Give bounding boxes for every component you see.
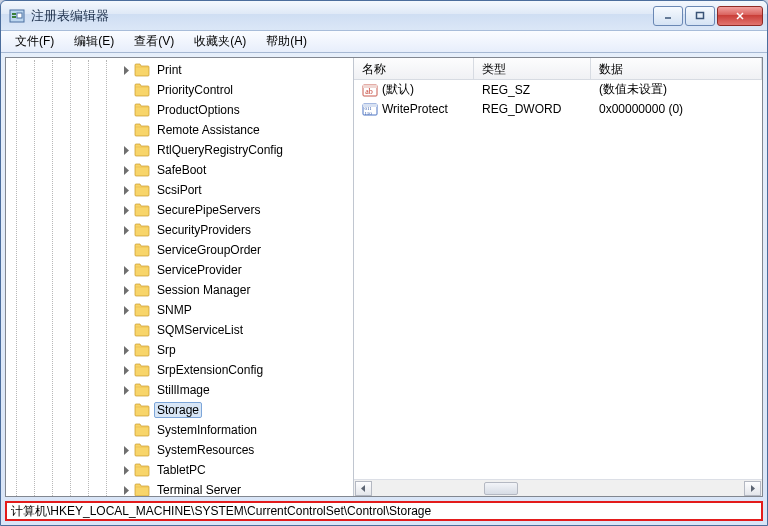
tree-item[interactable]: SecurityProviders bbox=[6, 220, 353, 240]
tree-item-label: SNMP bbox=[154, 302, 195, 318]
column-data[interactable]: 数据 bbox=[591, 58, 762, 79]
window-title: 注册表编辑器 bbox=[31, 7, 653, 25]
binary-value-icon: 011110 bbox=[362, 101, 378, 117]
tree-expander-icon[interactable] bbox=[121, 265, 132, 276]
folder-icon bbox=[134, 143, 150, 157]
menu-favorites[interactable]: 收藏夹(A) bbox=[184, 31, 256, 52]
scroll-track[interactable] bbox=[373, 481, 743, 496]
svg-text:ab: ab bbox=[365, 87, 373, 96]
svg-rect-5 bbox=[697, 12, 704, 18]
tree-item-label: ServiceGroupOrder bbox=[154, 242, 264, 258]
value-data: 0x00000000 (0) bbox=[599, 102, 683, 116]
tree-item[interactable]: SNMP bbox=[6, 300, 353, 320]
scroll-left-icon[interactable] bbox=[355, 481, 372, 496]
tree-item[interactable]: StillImage bbox=[6, 380, 353, 400]
tree-item[interactable]: Session Manager bbox=[6, 280, 353, 300]
folder-icon bbox=[134, 303, 150, 317]
svg-text:110: 110 bbox=[364, 110, 372, 115]
folder-icon bbox=[134, 243, 150, 257]
folder-icon bbox=[134, 443, 150, 457]
value-type: REG_SZ bbox=[482, 83, 530, 97]
regedit-icon bbox=[9, 8, 25, 24]
folder-icon bbox=[134, 283, 150, 297]
maximize-button[interactable] bbox=[685, 6, 715, 26]
tree-expander-icon[interactable] bbox=[121, 65, 132, 76]
tree-item[interactable]: ProductOptions bbox=[6, 100, 353, 120]
tree-item-label: Srp bbox=[154, 342, 179, 358]
tree-item[interactable]: Print bbox=[6, 60, 353, 80]
list-row[interactable]: 011110WriteProtectREG_DWORD0x00000000 (0… bbox=[354, 99, 762, 118]
tree-item-label: Session Manager bbox=[154, 282, 253, 298]
tree-item[interactable]: TabletPC bbox=[6, 460, 353, 480]
tree-expander-icon[interactable] bbox=[121, 365, 132, 376]
folder-icon bbox=[134, 323, 150, 337]
scroll-right-icon[interactable] bbox=[744, 481, 761, 496]
value-type: REG_DWORD bbox=[482, 102, 561, 116]
folder-icon bbox=[134, 363, 150, 377]
window-controls bbox=[653, 6, 763, 26]
tree-item-label: SrpExtensionConfig bbox=[154, 362, 266, 378]
menu-help[interactable]: 帮助(H) bbox=[256, 31, 317, 52]
tree-expander-icon[interactable] bbox=[121, 185, 132, 196]
tree-expander-icon[interactable] bbox=[121, 305, 132, 316]
tree-item-label: TabletPC bbox=[154, 462, 209, 478]
svg-rect-10 bbox=[363, 85, 377, 88]
minimize-button[interactable] bbox=[653, 6, 683, 26]
folder-icon bbox=[134, 483, 150, 496]
tree-expander-icon[interactable] bbox=[121, 445, 132, 456]
folder-icon bbox=[134, 83, 150, 97]
tree-item-label: SystemInformation bbox=[154, 422, 260, 438]
tree-pane[interactable]: PrintPriorityControlProductOptionsRemote… bbox=[6, 58, 354, 496]
tree-item[interactable]: ServiceProvider bbox=[6, 260, 353, 280]
tree-item[interactable]: RtlQueryRegistryConfig bbox=[6, 140, 353, 160]
svg-marker-16 bbox=[751, 485, 755, 492]
tree-item[interactable]: SystemInformation bbox=[6, 420, 353, 440]
tree-item[interactable]: SQMServiceList bbox=[6, 320, 353, 340]
value-data: (数值未设置) bbox=[599, 81, 667, 98]
tree-item[interactable]: SecurePipeServers bbox=[6, 200, 353, 220]
tree-expander-icon[interactable] bbox=[121, 465, 132, 476]
tree-item-label: ScsiPort bbox=[154, 182, 205, 198]
folder-icon bbox=[134, 123, 150, 137]
folder-icon bbox=[134, 103, 150, 117]
values-list[interactable]: ab(默认)REG_SZ(数值未设置)011110WriteProtectREG… bbox=[354, 80, 762, 479]
column-name[interactable]: 名称 bbox=[354, 58, 474, 79]
folder-icon bbox=[134, 183, 150, 197]
svg-marker-15 bbox=[361, 485, 365, 492]
tree-item[interactable]: Remote Assistance bbox=[6, 120, 353, 140]
registry-tree: PrintPriorityControlProductOptionsRemote… bbox=[6, 60, 353, 496]
tree-expander-icon[interactable] bbox=[121, 165, 132, 176]
tree-expander-icon[interactable] bbox=[121, 205, 132, 216]
tree-item[interactable]: Terminal Server bbox=[6, 480, 353, 496]
tree-item[interactable]: ScsiPort bbox=[6, 180, 353, 200]
tree-expander-icon[interactable] bbox=[121, 345, 132, 356]
menu-edit[interactable]: 编辑(E) bbox=[64, 31, 124, 52]
list-row[interactable]: ab(默认)REG_SZ(数值未设置) bbox=[354, 80, 762, 99]
tree-item[interactable]: SrpExtensionConfig bbox=[6, 360, 353, 380]
tree-item[interactable]: SafeBoot bbox=[6, 160, 353, 180]
string-value-icon: ab bbox=[362, 82, 378, 98]
tree-expander-icon[interactable] bbox=[121, 485, 132, 496]
tree-item[interactable]: PriorityControl bbox=[6, 80, 353, 100]
tree-expander-icon[interactable] bbox=[121, 225, 132, 236]
tree-expander-icon[interactable] bbox=[121, 145, 132, 156]
titlebar[interactable]: 注册表编辑器 bbox=[1, 1, 767, 31]
column-type[interactable]: 类型 bbox=[474, 58, 591, 79]
tree-item[interactable]: Srp bbox=[6, 340, 353, 360]
folder-icon bbox=[134, 343, 150, 357]
menu-view[interactable]: 查看(V) bbox=[124, 31, 184, 52]
tree-item-label: Storage bbox=[154, 402, 202, 418]
values-pane: 名称 类型 数据 ab(默认)REG_SZ(数值未设置)011110WriteP… bbox=[354, 58, 762, 496]
tree-item-label: Print bbox=[154, 62, 185, 78]
tree-item-label: ProductOptions bbox=[154, 102, 243, 118]
tree-expander-icon[interactable] bbox=[121, 285, 132, 296]
tree-item[interactable]: SystemResources bbox=[6, 440, 353, 460]
scroll-thumb[interactable] bbox=[484, 482, 518, 495]
horizontal-scrollbar[interactable] bbox=[354, 479, 762, 496]
menu-file[interactable]: 文件(F) bbox=[5, 31, 64, 52]
tree-item[interactable]: Storage bbox=[6, 400, 353, 420]
tree-expander-icon[interactable] bbox=[121, 385, 132, 396]
tree-item[interactable]: ServiceGroupOrder bbox=[6, 240, 353, 260]
folder-icon bbox=[134, 383, 150, 397]
close-button[interactable] bbox=[717, 6, 763, 26]
